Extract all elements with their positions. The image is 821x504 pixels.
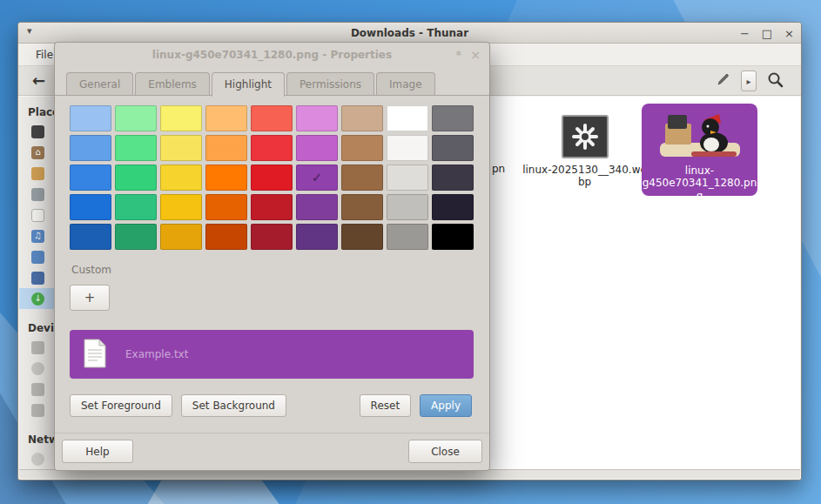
color-swatch[interactable]: [296, 224, 338, 250]
color-swatch[interactable]: [341, 165, 383, 191]
color-swatch[interactable]: [341, 135, 383, 161]
color-swatch[interactable]: [70, 105, 111, 131]
file-label-selected: linux- g450e70341_1280.png: [642, 165, 757, 202]
color-swatch[interactable]: [205, 105, 247, 131]
close-button[interactable]: ×: [784, 28, 794, 39]
color-swatch[interactable]: [160, 224, 202, 250]
add-custom-color-button[interactable]: +: [70, 285, 110, 311]
color-swatch[interactable]: [160, 165, 202, 191]
color-swatch[interactable]: [70, 165, 111, 191]
hard-drive-icon: [31, 341, 44, 354]
color-swatch[interactable]: [205, 224, 247, 250]
color-swatch[interactable]: [432, 105, 474, 131]
computer-icon: [31, 125, 44, 138]
help-button[interactable]: Help: [62, 440, 133, 463]
stick-icon[interactable]: *: [455, 48, 461, 62]
webp-thumbnail-icon: [562, 115, 609, 158]
color-swatch[interactable]: [296, 135, 338, 161]
color-swatch[interactable]: [70, 135, 111, 161]
document-icon: [84, 339, 106, 371]
file-tile-selected[interactable]: linux- g450e70341_1280.png: [642, 104, 757, 196]
color-swatch[interactable]: [387, 165, 428, 191]
color-swatch[interactable]: [432, 135, 474, 161]
color-palette: ✓: [70, 105, 474, 250]
search-icon[interactable]: [768, 72, 784, 91]
back-button[interactable]: ←: [32, 71, 45, 90]
close-dialog-button[interactable]: Close: [408, 440, 482, 463]
color-swatch[interactable]: [251, 135, 293, 161]
color-swatch[interactable]: [251, 224, 293, 250]
color-swatch[interactable]: [296, 105, 338, 131]
removable-drive-icon: [31, 404, 44, 417]
apply-button[interactable]: Apply: [420, 394, 472, 417]
color-swatch[interactable]: [205, 194, 247, 220]
color-swatch[interactable]: [115, 194, 157, 220]
color-swatch[interactable]: [432, 165, 474, 191]
color-swatch[interactable]: [432, 194, 474, 220]
color-swatch[interactable]: [115, 135, 157, 161]
set-background-button[interactable]: Set Background: [181, 394, 286, 417]
color-swatch[interactable]: [251, 165, 293, 191]
tab-highlight[interactable]: Highlight: [212, 72, 285, 97]
window-titlebar[interactable]: ▾ Downloads - Thunar − □ ×: [18, 23, 801, 44]
example-filename: Example.txt: [125, 348, 188, 360]
color-swatch[interactable]: [341, 224, 383, 250]
example-preview: Example.txt: [70, 330, 474, 379]
reset-button[interactable]: Reset: [360, 394, 412, 417]
color-swatch[interactable]: [205, 135, 247, 161]
color-swatch[interactable]: [70, 224, 111, 250]
desktop: ▾ Downloads - Thunar − □ × File ← ▸: [0, 0, 821, 504]
file-tile-webp[interactable]: linux-2025130__340.we bp: [522, 115, 648, 189]
color-swatch[interactable]: [387, 105, 428, 131]
window-title: Downloads - Thunar: [351, 27, 468, 39]
dialog-titlebar[interactable]: linux-g450e70341_1280.png - Properties *…: [55, 43, 489, 67]
color-swatch[interactable]: [205, 165, 247, 191]
tab-emblems[interactable]: Emblems: [135, 72, 210, 96]
color-swatch[interactable]: [160, 135, 202, 161]
minimize-button[interactable]: −: [740, 28, 750, 39]
set-foreground-button[interactable]: Set Foreground: [70, 394, 172, 417]
file-label: linux-2025130__340.we bp: [522, 164, 648, 189]
properties-dialog: linux-g450e70341_1280.png - Properties *…: [54, 42, 490, 471]
color-swatch[interactable]: [251, 194, 293, 220]
maximize-button[interactable]: □: [762, 28, 772, 39]
color-swatch[interactable]: [432, 224, 474, 250]
dialog-separator: [55, 433, 489, 433]
color-swatch[interactable]: [70, 194, 111, 220]
path-dropdown-button[interactable]: ▸: [741, 71, 757, 91]
globe-icon: [31, 453, 44, 466]
color-swatch[interactable]: [387, 135, 428, 161]
file-label-partial: pn: [492, 163, 505, 175]
color-swatch[interactable]: [115, 224, 157, 250]
color-swatch[interactable]: [115, 165, 157, 191]
color-swatch[interactable]: [387, 194, 428, 220]
music-icon: ♫: [31, 230, 44, 243]
color-swatch[interactable]: [387, 224, 428, 250]
color-swatch[interactable]: [341, 105, 383, 131]
window-menu-icon[interactable]: ▾: [27, 25, 32, 37]
color-swatch[interactable]: [296, 194, 338, 220]
downloads-icon: ↓: [31, 292, 44, 306]
home-icon: ⌂: [31, 146, 44, 159]
color-swatch[interactable]: [160, 194, 202, 220]
trash-icon: [31, 188, 44, 201]
color-swatch[interactable]: [160, 105, 202, 131]
dialog-tabs: General Emblems Highlight Permissions Im…: [66, 72, 435, 96]
desktop-icon: [31, 167, 44, 180]
documents-icon: [31, 209, 44, 222]
highlight-actions: Set Foreground Set Background Reset Appl…: [70, 394, 472, 417]
disc-icon: [31, 362, 44, 375]
penguin-artwork: [656, 108, 744, 162]
tab-image[interactable]: Image: [376, 72, 435, 96]
color-swatch[interactable]: ✓: [296, 165, 338, 191]
color-swatch[interactable]: [115, 105, 157, 131]
dialog-close-icon[interactable]: ×: [470, 48, 481, 62]
pictures-icon: [31, 251, 44, 264]
tab-permissions[interactable]: Permissions: [286, 72, 374, 96]
edit-path-icon[interactable]: [717, 73, 730, 89]
dialog-title: linux-g450e70341_1280.png - Properties: [152, 49, 392, 61]
videos-icon: [31, 272, 44, 285]
tab-general[interactable]: General: [66, 72, 133, 96]
color-swatch[interactable]: [341, 194, 383, 220]
color-swatch[interactable]: [251, 105, 293, 131]
